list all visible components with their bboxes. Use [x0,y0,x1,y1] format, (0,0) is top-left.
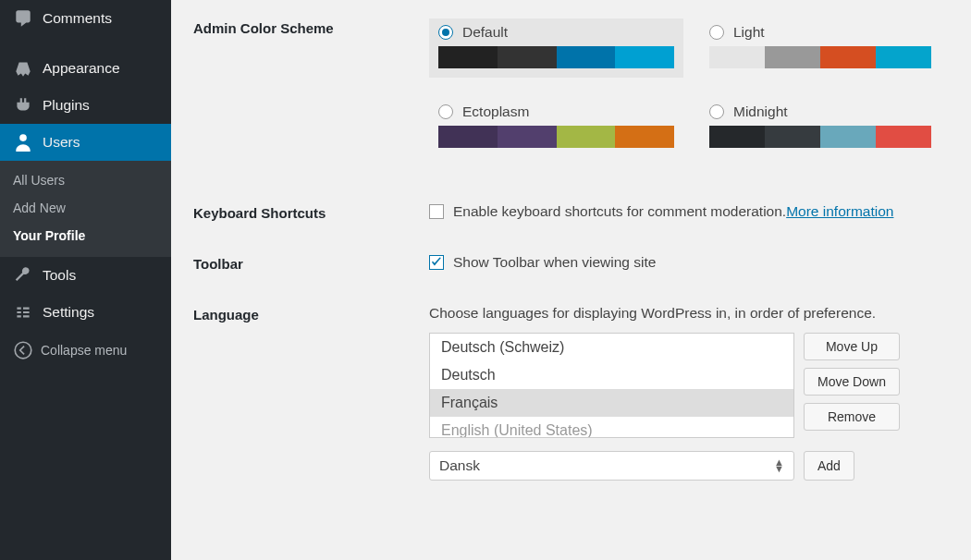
select-stepper-icon: ▲▼ [774,459,784,472]
label-toolbar: Toolbar [193,254,429,272]
users-submenu: All Users Add New Your Profile [0,161,171,257]
admin-sidebar: Comments Appearance Plugins Users All Us… [0,0,171,560]
comments-icon [13,8,33,29]
color-scheme-label: Ectoplasm [462,103,529,120]
list-item[interactable]: Deutsch (Schweiz) [430,334,793,361]
toolbar-checkbox[interactable] [429,255,444,270]
sidebar-item-label: Tools [43,267,76,284]
remove-button[interactable]: Remove [804,403,900,431]
collapse-menu[interactable]: Collapse menu [0,331,171,370]
list-item[interactable]: Deutsch [430,361,793,389]
list-item[interactable]: English (United States) [430,417,793,438]
collapse-label: Collapse menu [41,343,127,358]
sidebar-item-label: Comments [43,10,112,27]
svg-point-0 [15,342,31,359]
language-desc: Choose languages for displaying WordPres… [429,305,951,322]
color-swatches [709,126,931,148]
keyboard-shortcut-checkbox[interactable] [429,204,444,219]
sidebar-item-users[interactable]: Users [0,124,171,161]
move-up-button[interactable]: Move Up [804,333,900,360]
sidebar-item-settings[interactable]: Settings [0,294,171,331]
settings-icon [13,302,33,323]
add-button[interactable]: Add [804,451,854,481]
submenu-all-users[interactable]: All Users [0,166,171,194]
main-content: Admin Color Scheme DefaultLightEctoplasm… [171,0,971,560]
sidebar-item-label: Users [43,134,80,151]
color-scheme-radio[interactable] [438,25,453,40]
list-item[interactable]: Français [430,389,793,417]
color-scheme-option[interactable]: Light [700,18,940,78]
sidebar-item-label: Plugins [43,97,90,114]
sidebar-item-plugins[interactable]: Plugins [0,87,171,124]
toolbar-text: Show Toolbar when viewing site [453,254,656,271]
tools-icon [13,265,33,286]
color-scheme-option[interactable]: Ectoplasm [429,98,683,157]
color-scheme-label: Default [462,24,508,41]
label-language: Language [193,305,429,481]
color-scheme-option[interactable]: Midnight [700,98,940,157]
color-scheme-option[interactable]: Default [429,18,683,78]
collapse-icon [13,340,33,360]
keyboard-more-info-link[interactable]: More information [786,203,893,220]
color-scheme-radio[interactable] [438,104,453,119]
sidebar-item-tools[interactable]: Tools [0,257,171,294]
color-swatches [709,46,931,68]
move-down-button[interactable]: Move Down [804,368,900,396]
language-select[interactable]: Dansk ▲▼ [429,451,794,481]
sidebar-item-label: Appearance [43,60,120,77]
language-listbox[interactable]: Deutsch (Schweiz) Deutsch Français Engli… [429,333,794,438]
color-scheme-radio[interactable] [709,25,724,40]
appearance-icon [13,58,33,79]
color-scheme-label: Light [733,24,765,41]
sidebar-item-appearance[interactable]: Appearance [0,50,171,87]
label-keyboard: Keyboard Shortcuts [193,203,429,221]
submenu-add-new[interactable]: Add New [0,194,171,222]
sidebar-item-comments[interactable]: Comments [0,0,171,37]
color-scheme-radio[interactable] [709,104,724,119]
submenu-your-profile[interactable]: Your Profile [0,222,171,250]
users-icon [13,132,33,152]
label-color-scheme: Admin Color Scheme [193,18,429,157]
keyboard-text: Enable keyboard shortcuts for comment mo… [453,203,786,220]
select-value: Dansk [439,457,480,474]
color-swatches [438,126,674,148]
plugins-icon [13,95,33,116]
color-swatches [438,46,674,68]
sidebar-item-label: Settings [43,304,94,321]
color-scheme-label: Midnight [733,103,788,120]
